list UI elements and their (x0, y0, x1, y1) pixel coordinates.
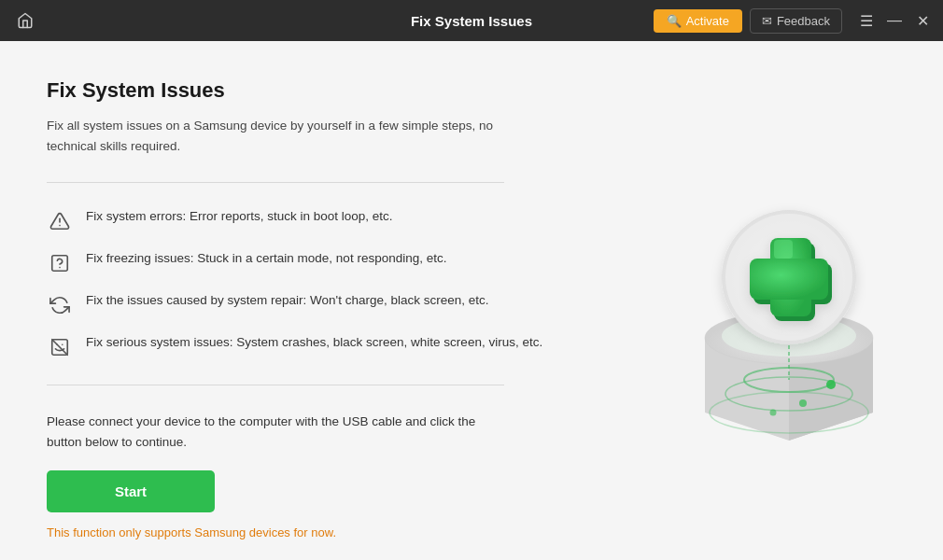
feedback-button[interactable]: ✉ Feedback (750, 8, 842, 34)
svg-rect-23 (774, 240, 793, 259)
list-item: Fix system errors: Error reports, stuck … (47, 207, 579, 234)
window-title: Fix System Issues (411, 13, 532, 29)
feature-text-2: Fix freezing issues: Stuck in a certain … (86, 249, 446, 268)
titlebar-right: 🔍 Activate ✉ Feedback ☰ — ✕ (654, 8, 932, 34)
activate-button[interactable]: 🔍 Activate (654, 9, 742, 33)
bottom-divider (47, 385, 504, 385)
list-item: Fix freezing issues: Stuck in a certain … (47, 249, 579, 276)
svg-line-7 (52, 340, 68, 356)
mail-icon: ✉ (762, 14, 772, 28)
feature-text-3: Fix the issues caused by system repair: … (86, 291, 489, 310)
main-content: Fix System Issues Fix all system issues … (0, 41, 943, 560)
device-illustration (635, 105, 934, 497)
svg-point-16 (770, 410, 777, 416)
svg-point-14 (826, 380, 836, 389)
support-note: This function only supports Samsung devi… (47, 525, 579, 539)
content-area: Fix System Issues Fix all system issues … (0, 41, 626, 560)
close-button[interactable]: ✕ (913, 12, 932, 30)
connect-message: Please connect your device to the comput… (47, 412, 495, 452)
question-icon (47, 250, 73, 276)
svg-point-15 (799, 399, 807, 407)
features-list: Fix system errors: Error reports, stuck … (47, 207, 579, 360)
broken-icon (47, 334, 73, 360)
feature-text-4: Fix serious system issues: System crashe… (86, 333, 542, 352)
list-item: Fix the issues caused by system repair: … (47, 291, 579, 318)
titlebar: Fix System Issues 🔍 Activate ✉ Feedback … (0, 0, 943, 41)
feature-text-1: Fix system errors: Error reports, stuck … (86, 207, 393, 226)
warning-icon (47, 208, 73, 234)
home-button[interactable] (11, 7, 39, 35)
search-icon: 🔍 (667, 14, 682, 28)
menu-button[interactable]: ☰ (857, 12, 876, 30)
list-item: Fix serious system issues: System crashe… (47, 333, 579, 360)
illustration-area (626, 41, 943, 560)
titlebar-left (11, 7, 39, 35)
svg-rect-22 (750, 259, 828, 300)
minimize-button[interactable]: — (885, 12, 904, 29)
window-controls: ☰ — ✕ (857, 12, 932, 30)
top-divider (47, 182, 504, 183)
svg-rect-2 (52, 256, 68, 272)
page-title: Fix System Issues (47, 78, 579, 103)
repair-icon (47, 292, 73, 318)
page-description: Fix all system issues on a Samsung devic… (47, 116, 495, 156)
start-button[interactable]: Start (47, 470, 215, 512)
